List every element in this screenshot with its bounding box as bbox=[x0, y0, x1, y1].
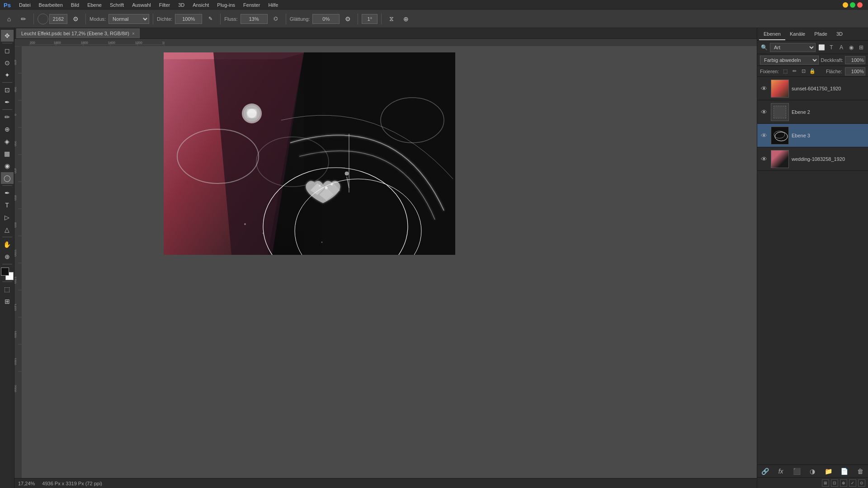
menu-plugins[interactable]: Plug-ins bbox=[213, 1, 239, 9]
minimize-button[interactable] bbox=[843, 2, 848, 8]
svg-text:1400: 1400 bbox=[14, 304, 17, 311]
glattung-settings-btn[interactable]: ⚙ bbox=[341, 13, 354, 25]
menu-bild[interactable]: Bild bbox=[67, 1, 83, 9]
layer-type-select[interactable]: Art bbox=[770, 43, 816, 52]
tab-ebenen[interactable]: Ebenen bbox=[759, 28, 785, 40]
panel-icon-5[interactable]: ⊙ bbox=[858, 479, 865, 487]
panel-icon-4[interactable]: ✓ bbox=[849, 479, 856, 487]
menu-filter[interactable]: Filter bbox=[156, 1, 174, 9]
menu-3d[interactable]: 3D bbox=[175, 1, 188, 9]
color-swatches[interactable] bbox=[1, 267, 14, 280]
ruler-v-svg: 400 200 0 200 400 600 800 bbox=[14, 46, 22, 478]
dichte-settings-btn[interactable]: ✎ bbox=[204, 13, 217, 25]
layer-item-wedding[interactable]: 👁 wedding-1083258_1920 bbox=[757, 147, 868, 171]
brush-tool-button[interactable]: ✏ bbox=[17, 13, 30, 25]
text-tool[interactable]: T bbox=[1, 199, 14, 211]
path-tool[interactable]: ▷ bbox=[1, 211, 14, 223]
eyedropper-tool[interactable]: ✒ bbox=[1, 96, 14, 108]
angle-input[interactable] bbox=[362, 14, 377, 24]
menu-datei[interactable]: Datei bbox=[15, 1, 34, 9]
menu-ebene[interactable]: Ebene bbox=[84, 1, 105, 9]
layer-item-sunset[interactable]: 👁 sunset-6041750_1920 bbox=[757, 77, 868, 100]
image-canvas[interactable] bbox=[164, 52, 455, 255]
fluss-input[interactable] bbox=[241, 14, 268, 24]
brush-preview[interactable] bbox=[38, 14, 48, 24]
layer-visibility-wedding[interactable]: 👁 bbox=[760, 155, 768, 163]
brush-tool[interactable]: ✏ bbox=[1, 111, 14, 123]
mode-select[interactable]: Normal bbox=[108, 14, 149, 24]
delete-layer-button[interactable]: 🗑 bbox=[855, 466, 865, 476]
layer-adjustment-button[interactable]: ◑ bbox=[807, 466, 817, 476]
smart-object-icon[interactable]: ◉ bbox=[847, 43, 855, 52]
layer-link-button[interactable]: 🔗 bbox=[760, 466, 770, 476]
layer-visibility-ebene3[interactable]: 👁 bbox=[760, 131, 768, 140]
lock-all-icon[interactable]: 🔒 bbox=[809, 68, 816, 75]
layer-fx-button[interactable]: fx bbox=[776, 466, 786, 476]
foreground-color-swatch[interactable] bbox=[1, 267, 9, 276]
menu-ansicht[interactable]: Ansicht bbox=[189, 1, 212, 9]
layer-visibility-sunset[interactable]: 👁 bbox=[760, 84, 768, 93]
document-tab[interactable]: Leucht Effekt.psdc bei 17,2% (Ebene 3, R… bbox=[16, 28, 140, 38]
group-layer-icon[interactable]: ⊞ bbox=[857, 43, 865, 52]
symmetry-button[interactable]: ⧖ bbox=[385, 13, 398, 25]
close-button[interactable] bbox=[857, 2, 863, 8]
layer-visibility-ebene2[interactable]: 👁 bbox=[760, 108, 768, 116]
pen-tool[interactable]: ✒ bbox=[1, 187, 14, 199]
layer-item-ebene2[interactable]: 👁 Ebene 2 bbox=[757, 100, 868, 124]
layer-mask-button[interactable]: ⬛ bbox=[792, 466, 802, 476]
menu-fenster[interactable]: Fenster bbox=[240, 1, 264, 9]
svg-text:400: 400 bbox=[14, 168, 17, 174]
opacity-input[interactable] bbox=[845, 56, 865, 64]
quick-mask-button[interactable]: ⬚ bbox=[1, 283, 14, 295]
panel-icon-1[interactable]: ⊞ bbox=[822, 479, 829, 487]
zoom-tool[interactable]: ⊕ bbox=[1, 251, 14, 263]
extra-btn[interactable]: ⊕ bbox=[400, 13, 412, 25]
svg-rect-93 bbox=[771, 127, 788, 145]
blur-tool[interactable]: ◉ bbox=[1, 160, 14, 172]
selection-tool[interactable]: ◻ bbox=[1, 45, 14, 56]
screen-mode-button[interactable]: ⊞ bbox=[1, 296, 14, 307]
tab-3d[interactable]: 3D bbox=[832, 28, 847, 40]
svg-text:600: 600 bbox=[14, 195, 17, 201]
shape-tool[interactable]: △ bbox=[1, 224, 14, 235]
magic-wand-tool[interactable]: ✦ bbox=[1, 69, 14, 81]
layer-item-ebene3[interactable]: 👁 Ebene 3 bbox=[757, 124, 868, 147]
crop-tool[interactable]: ⊡ bbox=[1, 84, 14, 96]
lasso-tool[interactable]: ⊙ bbox=[1, 57, 14, 69]
fluss-icon[interactable]: ⌬ bbox=[269, 13, 282, 25]
canvas-area: Leucht Effekt.psdc bei 17,2% (Ebene 3, R… bbox=[14, 28, 757, 488]
lock-pixel-icon[interactable]: ⬚ bbox=[782, 68, 789, 75]
panel-icon-2[interactable]: ⊡ bbox=[831, 479, 838, 487]
flaeche-input[interactable] bbox=[845, 67, 865, 75]
svg-text:1200: 1200 bbox=[135, 41, 142, 44]
eraser-tool[interactable]: ◈ bbox=[1, 136, 14, 147]
lock-artboard-icon[interactable]: ⊡ bbox=[800, 68, 807, 75]
brush-settings-button[interactable]: ⚙ bbox=[69, 13, 82, 25]
shape-layer-icon[interactable]: A bbox=[837, 43, 845, 52]
adjustment-layer-icon[interactable]: T bbox=[827, 43, 835, 52]
dodge-tool[interactable]: ◯ bbox=[1, 172, 14, 184]
new-layer-button[interactable]: 📄 bbox=[840, 466, 849, 476]
move-tool[interactable]: ✥ bbox=[1, 30, 14, 42]
hand-tool[interactable]: ✋ bbox=[1, 239, 14, 250]
clone-tool[interactable]: ⊕ bbox=[1, 123, 14, 135]
tab-kanaele[interactable]: Kanäle bbox=[785, 28, 810, 40]
brush-size-input[interactable] bbox=[49, 14, 67, 24]
tab-pfade[interactable]: Pfade bbox=[810, 28, 832, 40]
panel-icon-3[interactable]: ⊕ bbox=[840, 479, 847, 487]
blend-mode-select[interactable]: Farbig abwedeln bbox=[760, 56, 819, 65]
layer-folder-button[interactable]: 📁 bbox=[824, 466, 834, 476]
lock-position-icon[interactable]: ✏ bbox=[791, 68, 798, 75]
menu-hilfe[interactable]: Hilfe bbox=[264, 1, 282, 9]
tab-close-button[interactable]: × bbox=[132, 31, 135, 36]
menu-schrift[interactable]: Schrift bbox=[106, 1, 127, 9]
opacity-label: Deckkraft: bbox=[821, 57, 843, 63]
maximize-button[interactable] bbox=[850, 2, 855, 8]
gradient-tool[interactable]: ▦ bbox=[1, 148, 14, 160]
dichte-input[interactable] bbox=[175, 14, 202, 24]
home-button[interactable]: ⌂ bbox=[3, 13, 15, 25]
menu-bearbeiten[interactable]: Bearbeiten bbox=[35, 1, 66, 9]
glattung-input[interactable] bbox=[312, 14, 340, 24]
menu-auswahl[interactable]: Auswahl bbox=[128, 1, 155, 9]
pixel-layer-icon[interactable]: ⬜ bbox=[817, 43, 826, 52]
